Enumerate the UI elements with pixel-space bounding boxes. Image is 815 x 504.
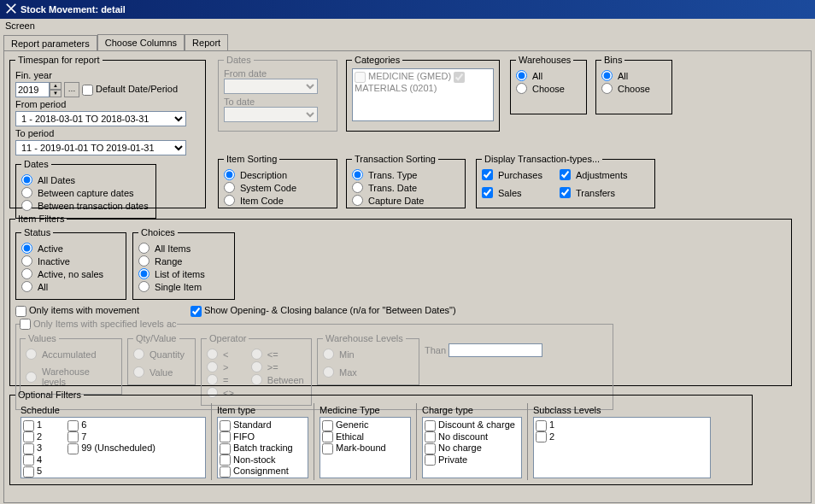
tabs: Report parameters Choose Columns Report [0,32,815,50]
categories-group: Categories MEDICINE (GMED) MATERIALS (02… [346,55,500,132]
radio-status-active[interactable]: Active [21,243,120,254]
item-sorting-group: Item Sorting Description System Code Ite… [218,154,337,208]
to-period-select[interactable]: 11 - 2019-01-01 TO 2019-01-31 [15,140,186,155]
fin-year-spinner[interactable]: ▲▼ [15,82,62,97]
radio-status-active-nosales[interactable]: Active, no sales [21,268,120,279]
list-item[interactable]: Standard [220,419,306,431]
list-item[interactable]: 2 [23,431,42,443]
radio-between-capture[interactable]: Between capture dates [21,187,150,198]
fin-year-label: Fin. year [15,70,52,80]
itemtype-list[interactable]: Standard FIFO Batch tracking Non-stock C… [217,417,308,478]
timespan-legend: Timespan for report [15,55,103,65]
title-bar: Stock Movement: detail [0,0,815,19]
radio-qty: Quantity [133,349,190,360]
list-item[interactable]: 99 (Unscheduled) [67,442,155,454]
chk-transfers[interactable]: Transfers [560,187,628,198]
dates-group: Dates From date To date [218,55,337,132]
item-filters-group: Item Filters Status Active Inactive Acti… [9,214,792,386]
list-item[interactable]: Generic [322,419,408,431]
list-item[interactable]: 3 [23,442,42,454]
radio-value: Value [133,366,190,378]
window-title: Stock Movement: detail [21,4,126,15]
radio-sort-desc[interactable]: Description [224,169,331,180]
tab-panel: Timespan for report Fin. year ▲▼ … Defau… [3,50,812,503]
menubar: Screen [0,19,815,32]
list-item[interactable]: 2 [536,431,708,443]
warehouses-group: Warehouses All Choose [510,55,587,114]
chk-sales[interactable]: Sales [482,187,542,198]
timespan-group: Timespan for report Fin. year ▲▼ … Defau… [9,55,206,208]
choices-group: Choices All Items Range List of items Si… [132,227,235,300]
to-date-select [224,107,318,122]
fin-year-lookup-button[interactable]: … [64,82,79,97]
medtype-list[interactable]: Generic Ethical Mark-bound [320,417,411,478]
chk-adjustments[interactable]: Adjustments [560,169,628,180]
app-icon [5,3,17,16]
category-item[interactable]: MEDICINE (GMED) [355,71,451,81]
radio-sort-item[interactable]: Item Code [224,195,331,206]
schedule-list[interactable]: 1 2 3 4 5 6 7 99 (Unscheduled) [21,417,206,478]
radio-val-wh: Warehouse levels [26,366,116,387]
radio-choice-list[interactable]: List of items [138,268,229,279]
list-item[interactable]: Mark-bound [322,442,408,454]
status-group: Status Active Inactive Active, no sales … [15,227,126,300]
list-item[interactable]: 6 [67,419,155,431]
list-item[interactable]: Batch tracking [220,442,306,454]
than-input [449,343,542,357]
spin-up[interactable]: ▲ [50,82,62,90]
list-item[interactable]: Consignment [220,466,306,478]
default-date-checkbox[interactable]: Default Date/Period [82,84,178,96]
fin-year-input[interactable] [15,82,50,97]
radio-tsort-type[interactable]: Trans. Type [352,169,460,180]
bins-group: Bins All Choose [595,55,672,114]
transaction-sorting-group: Transaction Sorting Trans. Type Trans. D… [346,154,466,208]
list-item[interactable]: Private [425,454,519,466]
radio-status-inactive[interactable]: Inactive [21,255,120,267]
list-item[interactable]: No discount [425,431,519,443]
list-item[interactable]: FIFO [220,431,306,443]
categories-list[interactable]: MEDICINE (GMED) MATERIALS (0201) [352,68,494,121]
radio-all-dates[interactable]: All Dates [21,174,150,185]
list-item[interactable]: 7 [67,431,155,443]
tab-choose-columns[interactable]: Choose Columns [97,34,185,50]
chk-purchases[interactable]: Purchases [482,169,542,180]
from-period-select[interactable]: 1 - 2018-03-01 TO 2018-03-31 [15,111,186,126]
radio-sort-sys[interactable]: System Code [224,182,331,193]
list-item[interactable]: Ethical [322,431,408,443]
display-types-group: Display Transaction-types... Purchases S… [476,154,655,208]
radio-wh-all[interactable]: All [516,70,581,81]
radio-choice-range[interactable]: Range [138,255,229,267]
radio-bin-all[interactable]: All [601,70,666,81]
to-period-label: To period [15,128,54,138]
chk-only-movement[interactable]: Only items with movement [15,305,139,317]
radio-val-accum: Accumulated [26,349,116,360]
chargetype-list[interactable]: Discount & charge No discount No charge … [422,417,522,478]
radio-between-trans[interactable]: Between transaction dates [21,200,150,211]
list-item[interactable]: 5 [23,466,42,478]
dates-subgroup: Dates All Dates Between capture dates Be… [15,159,156,219]
tab-report-parameters[interactable]: Report parameters [3,35,97,51]
from-date-select [224,79,318,94]
radio-tsort-capture[interactable]: Capture Date [352,195,460,206]
optional-filters-group: Optional Filters Schedule 1 2 3 4 5 6 7 … [9,390,753,485]
list-item[interactable]: 1 [536,419,708,431]
radio-choice-all[interactable]: All Items [138,243,229,254]
radio-bin-choose[interactable]: Choose [601,83,666,94]
menu-screen[interactable]: Screen [5,21,35,31]
radio-wh-choose[interactable]: Choose [516,83,581,94]
list-item[interactable]: 4 [23,454,42,466]
radio-tsort-date[interactable]: Trans. Date [352,182,460,193]
chk-show-opening[interactable]: Show Opening- & Closing balance (n/a for… [191,305,456,317]
chk-only-levels[interactable]: Only Items with specified levels ac [20,319,177,329]
spin-down[interactable]: ▼ [50,90,62,97]
from-period-label: From period [15,99,66,109]
tab-report[interactable]: Report [185,34,228,50]
list-item[interactable]: 1 [23,419,42,431]
radio-status-all[interactable]: All [21,281,120,292]
radio-choice-single[interactable]: Single Item [138,281,229,292]
list-item[interactable]: No charge [425,442,519,454]
subclass-list[interactable]: 1 2 [533,417,711,478]
list-item[interactable]: Discount & charge [425,419,519,431]
list-item[interactable]: Non-stock [220,454,306,466]
